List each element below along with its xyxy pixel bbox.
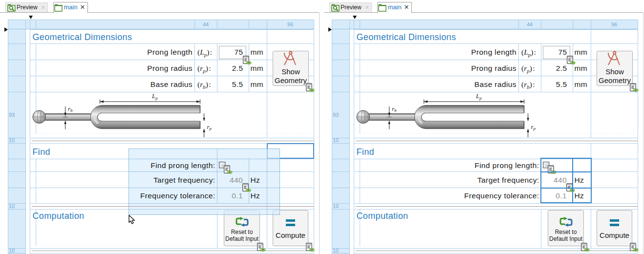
- svg-text:rp: rp: [531, 123, 536, 131]
- svg-text:rb: rb: [392, 105, 397, 113]
- svg-text:rp: rp: [207, 123, 212, 131]
- svg-text:rb: rb: [68, 105, 73, 113]
- svg-text:Lp: Lp: [151, 92, 158, 101]
- svg-text:Lp: Lp: [475, 92, 482, 101]
